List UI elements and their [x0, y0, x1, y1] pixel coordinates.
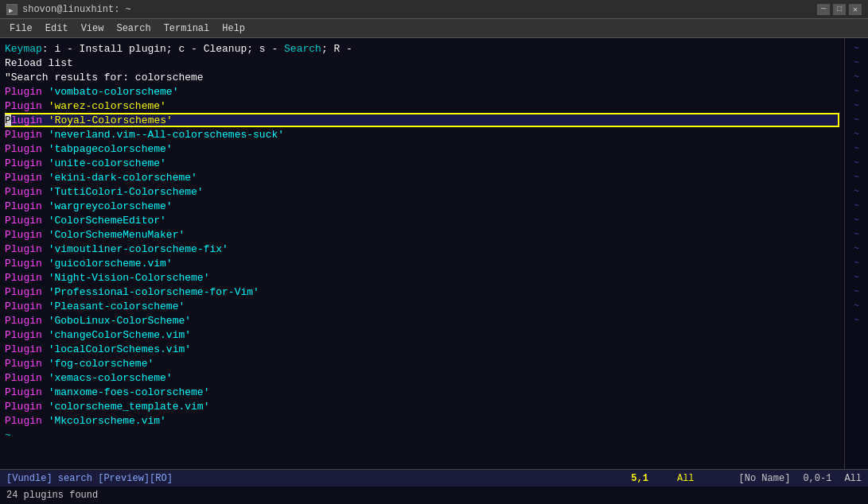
terminal-icon: ▶ — [6, 4, 18, 15]
selected-list-item[interactable]: Plugin 'Royal-Colorschemes' — [5, 113, 839, 127]
main-content: Keymap: i - Install plugin; c - Cleanup;… — [0, 38, 868, 469]
plugins-found-message: 24 plugins found — [6, 490, 98, 501]
list-item[interactable]: Plugin 'ColorSchemeEditor' — [5, 213, 839, 227]
tilde-line: ~ — [5, 428, 839, 442]
reload-line: Reload list — [5, 56, 839, 70]
tilde-marker: ~ — [854, 56, 859, 70]
vim-content[interactable]: Keymap: i - Install plugin; c - Cleanup;… — [0, 38, 844, 469]
list-item[interactable]: Plugin 'warez-colorscheme' — [5, 99, 839, 113]
list-item[interactable]: Plugin 'Professional-colorscheme-for-Vim… — [5, 285, 839, 299]
list-item[interactable]: Plugin 'wargreycolorscheme' — [5, 199, 839, 213]
menu-file[interactable]: File — [3, 21, 39, 36]
keymap-line: Keymap: i - Install plugin; c - Cleanup;… — [5, 41, 839, 56]
list-item[interactable]: Plugin 'manxome-foes-colorscheme' — [5, 385, 839, 399]
menu-help[interactable]: Help — [216, 21, 251, 36]
search-results-label: "Search results for: colorscheme — [5, 70, 839, 84]
menu-view[interactable]: View — [75, 21, 111, 36]
tilde-marker: ~ — [854, 313, 859, 328]
statusbar-right-pos: 0,0-1 — [803, 473, 831, 484]
menu-terminal[interactable]: Terminal — [158, 21, 216, 36]
statusbar-noname: [No Name] — [739, 473, 791, 484]
statusbar-right-all: All — [844, 473, 862, 484]
tilde-marker: ~ — [854, 70, 859, 84]
cursor: P — [5, 114, 11, 126]
list-item[interactable]: Plugin 'guicolorscheme.vim' — [5, 256, 839, 270]
statusbar: [Vundle] search [Preview][RO] 5,1 All [N… — [0, 469, 868, 487]
list-item[interactable]: Plugin 'localColorSchemes.vim' — [5, 342, 839, 356]
tilde-marker: ~ — [854, 285, 859, 299]
tilde-marker: ~ — [854, 84, 859, 99]
titlebar-controls: ─ □ ✕ — [817, 4, 862, 15]
tilde-marker: ~ — [854, 41, 859, 56]
list-item[interactable]: Plugin 'Mkcolorscheme.vim' — [5, 413, 839, 428]
list-item[interactable]: Plugin 'ekini-dark-colorscheme' — [5, 170, 839, 184]
list-item[interactable]: Plugin 'TuttiColori-Colorscheme' — [5, 184, 839, 199]
list-item[interactable]: Plugin 'colorscheme_template.vim' — [5, 399, 839, 413]
titlebar-left: ▶ shovon@linuxhint: ~ — [6, 4, 131, 15]
list-item[interactable]: Plugin 'changeColorScheme.vim' — [5, 328, 839, 342]
statusbar-position: 5,1 — [631, 473, 648, 484]
list-item[interactable]: Plugin 'unite-colorscheme' — [5, 156, 839, 170]
list-item[interactable]: Plugin 'Pleasant-colorscheme' — [5, 299, 839, 313]
tilde-marker: ~ — [854, 199, 859, 213]
tilde-marker: ~ — [854, 184, 859, 199]
list-item[interactable]: Plugin 'fog-colorscheme' — [5, 356, 839, 370]
minimize-button[interactable]: ─ — [817, 4, 830, 15]
list-item[interactable]: Plugin 'xemacs-colorscheme' — [5, 370, 839, 385]
tilde-marker: ~ — [854, 170, 859, 184]
tilde-marker: ~ — [854, 256, 859, 270]
statusbar-all: All — [677, 473, 695, 484]
titlebar-title: shovon@linuxhint: ~ — [22, 4, 131, 15]
tilde-marker: ~ — [854, 299, 859, 313]
list-item[interactable]: Plugin 'vombato-colorscheme' — [5, 84, 839, 99]
menubar: File Edit View Search Terminal Help — [0, 19, 868, 38]
tilde-marker: ~ — [854, 142, 859, 156]
list-item[interactable]: Plugin 'tabpagecolorscheme' — [5, 142, 839, 156]
titlebar: ▶ shovon@linuxhint: ~ ─ □ ✕ — [0, 0, 868, 19]
statusbar-mode: [Vundle] search [Preview][RO] — [6, 473, 173, 484]
tilde-marker: ~ — [854, 242, 859, 256]
right-panel: ~ ~ ~ ~ ~ ~ ~ ~ ~ ~ ~ ~ ~ ~ ~ ~ ~ ~ ~ ~ — [844, 38, 868, 469]
maximize-button[interactable]: □ — [833, 4, 846, 15]
tilde-marker: ~ — [854, 227, 859, 242]
tilde-marker: ~ — [854, 270, 859, 285]
menu-edit[interactable]: Edit — [39, 21, 75, 36]
list-item[interactable]: Plugin 'ColorSchemeMenuMaker' — [5, 227, 839, 242]
list-item[interactable]: Plugin 'vimoutliner-colorscheme-fix' — [5, 242, 839, 256]
list-item[interactable]: Plugin 'neverland.vim--All-colorschemes-… — [5, 127, 839, 142]
svg-text:▶: ▶ — [9, 7, 14, 14]
tilde-marker: ~ — [854, 127, 859, 142]
tilde-marker: ~ — [854, 213, 859, 227]
list-item[interactable]: Plugin 'Night-Vision-Colorscheme' — [5, 270, 839, 285]
message-bar: 24 plugins found — [0, 487, 868, 504]
tilde-marker: ~ — [854, 99, 859, 113]
tilde-marker: ~ — [854, 156, 859, 170]
tilde-marker: ~ — [854, 113, 859, 127]
close-button[interactable]: ✕ — [849, 4, 862, 15]
keymap-label: Keymap — [5, 43, 42, 55]
menu-search[interactable]: Search — [110, 21, 157, 36]
list-item[interactable]: Plugin 'GoboLinux-ColorScheme' — [5, 313, 839, 328]
